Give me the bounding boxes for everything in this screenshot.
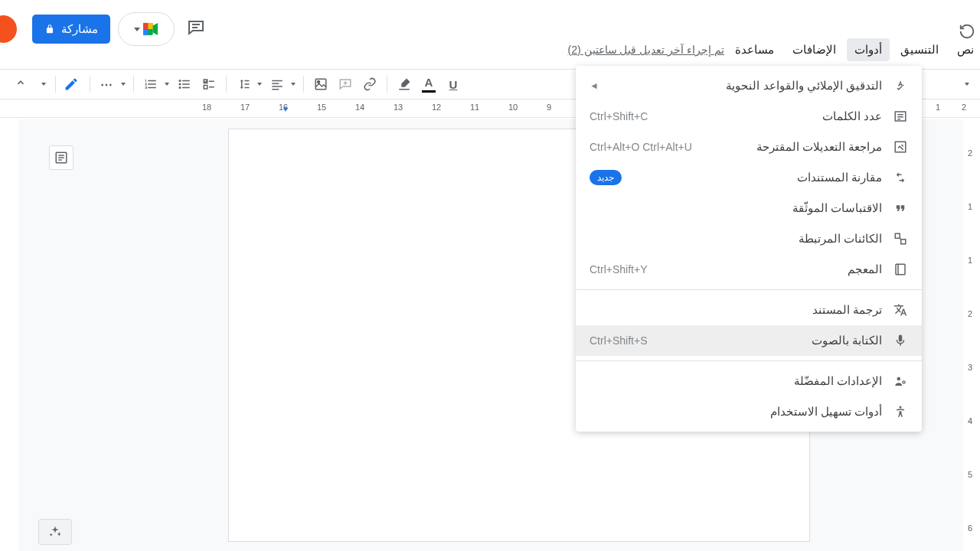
quote-icon bbox=[893, 201, 908, 215]
insert-image-button[interactable] bbox=[310, 73, 332, 96]
separator bbox=[90, 76, 90, 93]
collapse-toolbar-button[interactable] bbox=[9, 73, 32, 96]
editing-mode-button[interactable] bbox=[35, 73, 83, 96]
ruler-tick: 2 bbox=[968, 148, 972, 158]
svg-rect-10 bbox=[182, 80, 190, 82]
comment-history-button[interactable] bbox=[182, 14, 210, 44]
menu-label: الاقتباسات الموثّقة bbox=[590, 201, 882, 215]
svg-point-8 bbox=[179, 83, 181, 86]
menu-label: ترجمة المستند bbox=[590, 303, 882, 317]
menubar: نص التنسيق أدوات الإضافات مساعدة تم إجرا… bbox=[550, 38, 980, 61]
link-icon bbox=[363, 77, 377, 91]
numbered-list-button[interactable] bbox=[140, 73, 162, 96]
menu-label: مراجعة التعديلات المقترحة bbox=[703, 140, 882, 154]
ruler-tick: 10 bbox=[508, 103, 518, 112]
ruler-tick: 3 bbox=[968, 363, 972, 372]
outline-toggle-button[interactable] bbox=[49, 145, 74, 170]
ruler-tick: 6 bbox=[968, 523, 972, 533]
ruler-tick: 1 bbox=[968, 256, 972, 265]
gear-person-icon bbox=[893, 374, 908, 388]
svg-point-39 bbox=[897, 377, 901, 381]
svg-marker-4 bbox=[152, 23, 157, 35]
bulleted-list-button[interactable] bbox=[174, 73, 195, 96]
indent-marker[interactable]: ▾ bbox=[283, 104, 288, 114]
svg-rect-15 bbox=[204, 86, 207, 90]
insert-link-button[interactable] bbox=[359, 73, 381, 96]
menu-compare-documents[interactable]: مقارنة المستندات جديد bbox=[576, 162, 922, 193]
vertical-ruler[interactable]: 2 1 1 2 3 4 5 6 bbox=[963, 119, 980, 551]
menu-help[interactable]: مساعدة bbox=[727, 38, 782, 61]
svg-rect-34 bbox=[895, 233, 900, 238]
align-button[interactable] bbox=[266, 73, 288, 96]
svg-point-7 bbox=[179, 80, 181, 82]
translate-icon bbox=[893, 303, 908, 317]
svg-rect-1 bbox=[143, 23, 148, 29]
last-edit-link[interactable]: تم إجراء آخر تعديل قبل ساعتين (2) bbox=[568, 44, 724, 56]
ruler-tick: 2 bbox=[962, 103, 966, 112]
menu-addons[interactable]: الإضافات bbox=[785, 38, 844, 61]
align-icon bbox=[270, 77, 284, 91]
ruler-tick: 2 bbox=[968, 309, 972, 318]
caret-down-icon bbox=[965, 83, 969, 86]
share-label: مشاركة bbox=[61, 22, 98, 36]
history-icon bbox=[959, 23, 975, 40]
separator bbox=[576, 360, 922, 361]
caret-down-icon bbox=[134, 28, 140, 31]
menu-accessibility[interactable]: أدوات تسهيل الاستخدام bbox=[576, 396, 922, 427]
add-comment-icon bbox=[338, 77, 352, 91]
numbered-list-icon bbox=[144, 77, 158, 91]
menu-dictionary[interactable]: المعجم Ctrl+Shift+Y bbox=[576, 254, 922, 285]
text-color-button[interactable]: A bbox=[418, 73, 439, 96]
ruler-tick: 17 bbox=[240, 103, 250, 112]
caret-down-icon bbox=[121, 83, 126, 86]
line-spacing-button[interactable] bbox=[233, 73, 254, 96]
lock-icon bbox=[44, 23, 55, 35]
meet-button[interactable] bbox=[118, 12, 175, 46]
ruler-tick: 14 bbox=[355, 103, 364, 112]
separator bbox=[303, 76, 304, 93]
svg-rect-12 bbox=[182, 87, 190, 89]
menu-review-suggested[interactable]: مراجعة التعديلات المقترحة Ctrl+Alt+O Ctr… bbox=[576, 132, 922, 162]
highlight-color-button[interactable] bbox=[394, 73, 415, 96]
checklist-button[interactable] bbox=[198, 73, 220, 96]
outline-icon bbox=[54, 151, 68, 165]
svg-point-9 bbox=[179, 86, 181, 89]
menu-label: مقارنة المستندات bbox=[632, 171, 882, 184]
menu-format[interactable]: التنسيق bbox=[893, 38, 946, 61]
menu-translate[interactable]: ترجمة المستند bbox=[576, 295, 922, 325]
more-button[interactable]: ⋯ bbox=[96, 73, 118, 96]
menu-label: عدد الكلمات bbox=[658, 109, 882, 123]
share-button[interactable]: مشاركة bbox=[32, 15, 110, 44]
separator bbox=[576, 289, 922, 290]
svg-rect-17 bbox=[272, 80, 283, 82]
menu-tools[interactable]: أدوات bbox=[847, 38, 890, 61]
svg-rect-3 bbox=[148, 23, 152, 29]
menu-preferences[interactable]: الإعدادات المفضّلة bbox=[576, 366, 922, 396]
menu-citations[interactable]: الاقتباسات الموثّقة bbox=[576, 193, 922, 223]
svg-rect-18 bbox=[272, 83, 279, 85]
shortcut-label: Ctrl+Shift+C bbox=[590, 110, 648, 122]
underline-button[interactable]: U bbox=[443, 73, 464, 96]
ruler-tick: 18 bbox=[202, 103, 211, 112]
svg-rect-20 bbox=[272, 89, 279, 90]
explore-button[interactable] bbox=[38, 519, 72, 545]
menu-linked-objects[interactable]: الكائنات المرتبطة bbox=[576, 223, 922, 254]
caret-down-icon bbox=[291, 83, 296, 86]
svg-rect-19 bbox=[272, 86, 283, 87]
wordcount-icon bbox=[893, 109, 908, 123]
chevron-up-icon bbox=[15, 77, 26, 88]
spellcheck-icon bbox=[893, 79, 908, 93]
menu-word-count[interactable]: عدد الكلمات Ctrl+Shift+C bbox=[576, 101, 922, 132]
separator bbox=[55, 76, 56, 93]
menu-spelling[interactable]: التدقيق الإملائي والقواعد النحوية ◄ bbox=[576, 70, 922, 101]
ruler-tick: 1 bbox=[968, 202, 972, 211]
svg-point-22 bbox=[318, 81, 320, 83]
menu-label: الكتابة بالصوت bbox=[658, 334, 882, 347]
menu-voice-typing[interactable]: الكتابة بالصوت Ctrl+Shift+S bbox=[576, 325, 922, 356]
ruler-tick: 1 bbox=[936, 103, 940, 112]
svg-rect-11 bbox=[182, 83, 190, 85]
add-comment-button[interactable] bbox=[335, 73, 356, 96]
ruler-tick: 13 bbox=[394, 103, 403, 112]
ruler-tick: 15 bbox=[317, 103, 326, 112]
menu-trailing[interactable]: نص bbox=[949, 38, 974, 61]
